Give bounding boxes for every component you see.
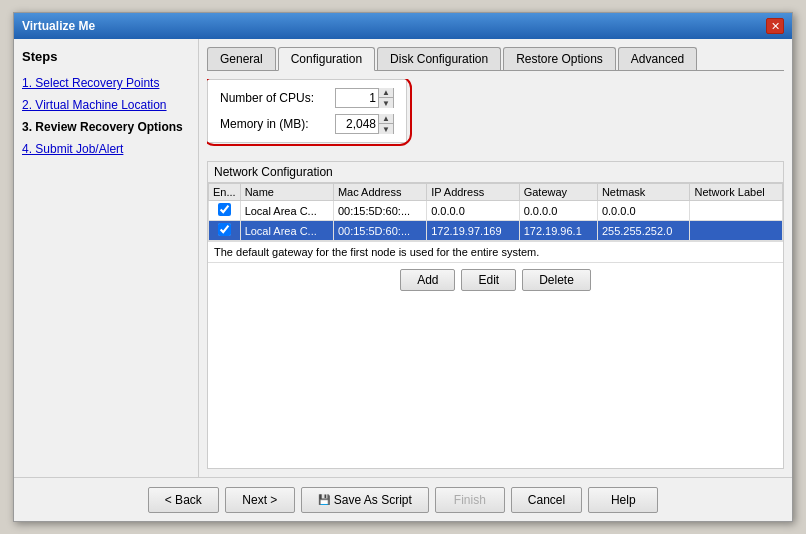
network-scroll-area[interactable]: En... Name Mac Address IP Address Gatewa… [208, 183, 783, 241]
save-script-icon: 💾 [318, 494, 330, 505]
title-bar: Virtualize Me ✕ [14, 13, 792, 39]
network-table-row[interactable]: Local Area C... 00:15:5D:60:... 172.19.9… [209, 221, 783, 241]
row-mac: 00:15:5D:60:... [333, 201, 426, 221]
tab-content-configuration: Number of CPUs: 1 ▲ ▼ Memory in (MB): [207, 79, 784, 469]
col-netmask: Netmask [597, 184, 690, 201]
row-netmask: 255.255.252.0 [597, 221, 690, 241]
memory-label: Memory in (MB): [220, 117, 335, 131]
tab-configuration[interactable]: Configuration [278, 47, 375, 71]
content-area: Steps 1. Select Recovery Points 2. Virtu… [14, 39, 792, 477]
cpu-memory-section: Number of CPUs: 1 ▲ ▼ Memory in (MB): [207, 79, 407, 143]
cpu-row: Number of CPUs: 1 ▲ ▼ [220, 88, 394, 108]
col-mac: Mac Address [333, 184, 426, 201]
row-mac: 00:15:5D:60:... [333, 221, 426, 241]
save-script-label: Save As Script [334, 493, 412, 507]
tab-general[interactable]: General [207, 47, 276, 70]
help-button[interactable]: Help [588, 487, 658, 513]
tab-disk-configuration[interactable]: Disk Configuration [377, 47, 501, 70]
finish-button[interactable]: Finish [435, 487, 505, 513]
row-ip: 172.19.97.169 [427, 221, 520, 241]
row-name: Local Area C... [240, 221, 333, 241]
col-enabled: En... [209, 184, 241, 201]
back-button[interactable]: < Back [148, 487, 219, 513]
main-window: Virtualize Me ✕ Steps 1. Select Recovery… [13, 12, 793, 522]
memory-increment-button[interactable]: ▲ [379, 114, 393, 124]
row-name: Local Area C... [240, 201, 333, 221]
network-section-title: Network Configuration [208, 162, 783, 183]
cpu-increment-button[interactable]: ▲ [379, 88, 393, 98]
footer: < Back Next > 💾 Save As Script Finish Ca… [14, 477, 792, 521]
sidebar-item-step3: 3. Review Recovery Options [22, 118, 190, 136]
delete-button[interactable]: Delete [522, 269, 591, 291]
network-table-container: En... Name Mac Address IP Address Gatewa… [208, 183, 783, 241]
row-network-label [690, 201, 783, 221]
row-network-label [690, 221, 783, 241]
edit-button[interactable]: Edit [461, 269, 516, 291]
row-gateway: 0.0.0.0 [519, 201, 597, 221]
col-network-label: Network Label [690, 184, 783, 201]
cpu-input[interactable]: 1 [336, 89, 378, 107]
network-action-buttons: Add Edit Delete [208, 262, 783, 297]
sidebar-item-step2[interactable]: 2. Virtual Machine Location [22, 96, 190, 114]
sidebar-item-step1[interactable]: 1. Select Recovery Points [22, 74, 190, 92]
save-script-button[interactable]: 💾 Save As Script [301, 487, 429, 513]
network-table: En... Name Mac Address IP Address Gatewa… [208, 183, 783, 241]
sidebar-item-step4[interactable]: 4. Submit Job/Alert [22, 140, 190, 158]
col-name: Name [240, 184, 333, 201]
memory-input[interactable]: 2,048 [336, 115, 378, 133]
main-panel: General Configuration Disk Configuration… [199, 39, 792, 477]
cpu-label: Number of CPUs: [220, 91, 335, 105]
close-button[interactable]: ✕ [766, 18, 784, 34]
next-button[interactable]: Next > [225, 487, 295, 513]
sidebar: Steps 1. Select Recovery Points 2. Virtu… [14, 39, 199, 477]
memory-row: Memory in (MB): 2,048 ▲ ▼ [220, 114, 394, 134]
row-ip: 0.0.0.0 [427, 201, 520, 221]
row-enabled-checkbox[interactable] [209, 221, 241, 241]
tab-restore-options[interactable]: Restore Options [503, 47, 616, 70]
network-section: Network Configuration En... Name Mac Add… [207, 161, 784, 469]
sidebar-title: Steps [22, 49, 190, 64]
network-note: The default gateway for the first node i… [208, 241, 783, 262]
window-title: Virtualize Me [22, 19, 95, 33]
cancel-button[interactable]: Cancel [511, 487, 582, 513]
col-ip: IP Address [427, 184, 520, 201]
memory-spin-buttons: ▲ ▼ [378, 114, 393, 134]
row-enabled-checkbox[interactable] [209, 201, 241, 221]
row-gateway: 172.19.96.1 [519, 221, 597, 241]
memory-decrement-button[interactable]: ▼ [379, 124, 393, 134]
cpu-spin-buttons: ▲ ▼ [378, 88, 393, 108]
cpu-decrement-button[interactable]: ▼ [379, 98, 393, 108]
tab-bar: General Configuration Disk Configuration… [207, 47, 784, 71]
memory-spinbox[interactable]: 2,048 ▲ ▼ [335, 114, 394, 134]
network-table-row[interactable]: Local Area C... 00:15:5D:60:... 0.0.0.0 … [209, 201, 783, 221]
cpu-spinbox[interactable]: 1 ▲ ▼ [335, 88, 394, 108]
col-gateway: Gateway [519, 184, 597, 201]
row-netmask: 0.0.0.0 [597, 201, 690, 221]
add-button[interactable]: Add [400, 269, 455, 291]
tab-advanced[interactable]: Advanced [618, 47, 697, 70]
